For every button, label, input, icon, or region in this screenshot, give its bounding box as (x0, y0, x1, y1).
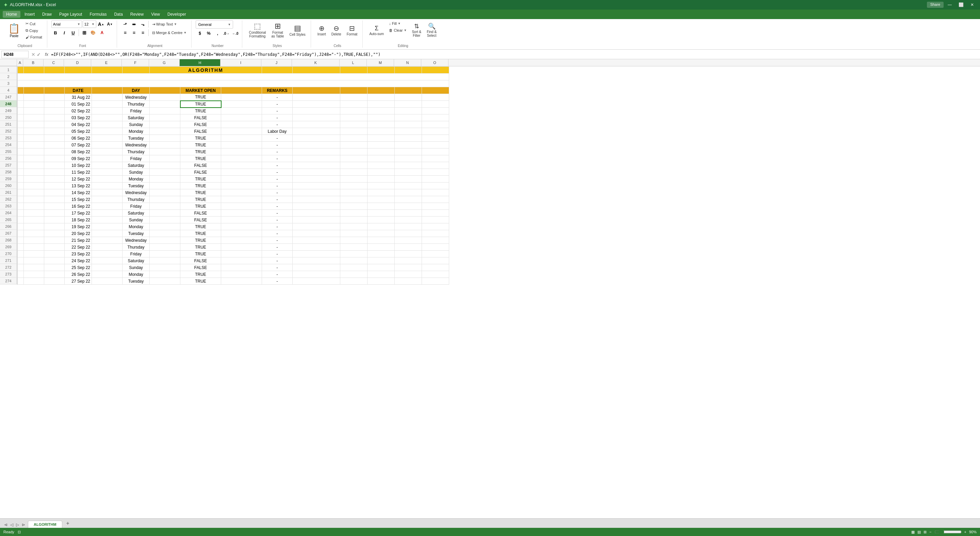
empty-cell-2[interactable] (18, 73, 449, 80)
cell-260-col0[interactable] (18, 182, 24, 189)
row-num-252[interactable]: 252 (0, 128, 17, 134)
cell-270-col7[interactable]: TRUE (180, 250, 221, 257)
cell-272-col5[interactable]: Sunday (123, 264, 150, 271)
header-n4[interactable] (395, 87, 422, 94)
cell-262-col1[interactable] (24, 196, 44, 203)
menu-draw[interactable]: Draw (39, 11, 55, 18)
cell-265-col1[interactable] (24, 217, 44, 223)
cell-273-col1[interactable] (24, 271, 44, 278)
cell-261-col0[interactable] (18, 189, 24, 196)
cell-272-col10[interactable] (293, 264, 340, 271)
cell-257-col2[interactable] (44, 162, 65, 169)
cell-268-col3[interactable]: 21 Sep 22 (65, 237, 92, 244)
cell-257-col1[interactable] (24, 162, 44, 169)
col-header-h[interactable]: H (180, 59, 221, 66)
row-num-250[interactable]: 250 (0, 114, 17, 121)
cell-268-col13[interactable] (395, 237, 422, 244)
cell-253-col0[interactable] (18, 135, 24, 142)
cell-248-col11[interactable] (340, 101, 368, 108)
cell-254-col8[interactable] (221, 142, 262, 148)
cell-269-col14[interactable] (422, 244, 449, 250)
cell-265-col13[interactable] (395, 217, 422, 223)
decrease-decimal-button[interactable]: ←.0 (231, 30, 239, 37)
cell-264-col8[interactable] (221, 210, 262, 217)
cell-259-col13[interactable] (395, 176, 422, 182)
cell-263-col9[interactable]: - (262, 203, 293, 210)
row-num-1[interactable]: 1 (0, 66, 17, 73)
cell-257-col3[interactable]: 10 Sep 22 (65, 162, 92, 169)
cell-264-col10[interactable] (293, 210, 340, 217)
row-num-253[interactable]: 253 (0, 134, 17, 141)
fill-color-button[interactable]: 🎨 (89, 29, 97, 37)
cell-272-col12[interactable] (368, 264, 395, 271)
cell-271-col6[interactable] (150, 257, 180, 264)
increase-font-button[interactable]: A▲ (97, 21, 105, 28)
cell-249-col5[interactable]: Friday (123, 108, 150, 115)
cell-260-col4[interactable] (92, 182, 123, 189)
grid-scroll[interactable]: 1 2 3 4 24724824925025125225325425525625… (0, 66, 980, 518)
cell-270-col1[interactable] (24, 250, 44, 257)
cell-267-col3[interactable]: 20 Sep 22 (65, 230, 92, 237)
cell-247-col13[interactable] (395, 94, 422, 101)
cell-261-col7[interactable]: TRUE (180, 189, 221, 196)
cell-251-col5[interactable]: Sunday (123, 121, 150, 128)
cell-267-col12[interactable] (368, 230, 395, 237)
cell-273-col11[interactable] (340, 271, 368, 278)
cell-260-col7[interactable]: TRUE (180, 182, 221, 189)
cell-259-col0[interactable] (18, 176, 24, 182)
cell-249-col0[interactable] (18, 108, 24, 115)
cell-254-col9[interactable]: - (262, 142, 293, 148)
cell-266-col3[interactable]: 19 Sep 22 (65, 223, 92, 230)
title-cell-d1[interactable] (65, 67, 92, 73)
cell-265-col2[interactable] (44, 217, 65, 223)
cell-256-col12[interactable] (368, 155, 395, 162)
cut-button[interactable]: ✂ Cut (24, 21, 44, 27)
cell-255-col6[interactable] (150, 148, 180, 155)
cell-247-col14[interactable] (422, 94, 449, 101)
zoom-slider[interactable] (934, 529, 962, 534)
row-num-268[interactable]: 268 (0, 237, 17, 244)
cell-263-col14[interactable] (422, 203, 449, 210)
align-left-button[interactable]: ≡ (121, 29, 129, 37)
cell-254-col12[interactable] (368, 142, 395, 148)
cell-264-col5[interactable]: Saturday (123, 210, 150, 217)
cell-274-col10[interactable] (293, 278, 340, 285)
cell-258-col6[interactable] (150, 169, 180, 176)
cell-259-col2[interactable] (44, 176, 65, 182)
cell-274-col3[interactable]: 27 Sep 22 (65, 278, 92, 285)
cell-251-col2[interactable] (44, 121, 65, 128)
cell-254-col6[interactable] (150, 142, 180, 148)
cell-250-col5[interactable]: Saturday (123, 115, 150, 121)
cell-251-col14[interactable] (422, 121, 449, 128)
find-select-button[interactable]: 🔍 Find & Select (424, 21, 439, 40)
clear-button[interactable]: 🗑 Clear ▼ (387, 27, 409, 34)
title-cell-c1[interactable] (44, 67, 65, 73)
cell-264-col9[interactable]: - (262, 210, 293, 217)
cell-250-col10[interactable] (293, 115, 340, 121)
cell-265-col3[interactable]: 18 Sep 22 (65, 217, 92, 223)
cell-250-col4[interactable] (92, 115, 123, 121)
cell-251-col10[interactable] (293, 121, 340, 128)
cell-269-col8[interactable] (221, 244, 262, 250)
cell-253-col8[interactable] (221, 135, 262, 142)
cell-258-col7[interactable]: FALSE (180, 169, 221, 176)
cell-264-col0[interactable] (18, 210, 24, 217)
cell-266-col10[interactable] (293, 223, 340, 230)
format-painter-button[interactable]: 🖌 Format (24, 34, 44, 40)
number-format-dropdown[interactable]: General ▼ (196, 21, 233, 29)
cancel-formula-button[interactable]: ✕ (31, 52, 35, 57)
cell-250-col1[interactable] (24, 115, 44, 121)
cell-258-col12[interactable] (368, 169, 395, 176)
cell-274-col13[interactable] (395, 278, 422, 285)
title-cell-k1[interactable] (293, 67, 340, 73)
cell-252-col0[interactable] (18, 128, 24, 135)
cell-261-col11[interactable] (340, 189, 368, 196)
cell-248-col3[interactable]: 01 Sep 22 (65, 101, 92, 108)
cell-252-col8[interactable] (221, 128, 262, 135)
cell-254-col4[interactable] (92, 142, 123, 148)
cell-268-col2[interactable] (44, 237, 65, 244)
cell-252-col7[interactable]: FALSE (180, 128, 221, 135)
row-num-254[interactable]: 254 (0, 141, 17, 148)
cell-266-col1[interactable] (24, 223, 44, 230)
cell-250-col7[interactable]: FALSE (180, 115, 221, 121)
